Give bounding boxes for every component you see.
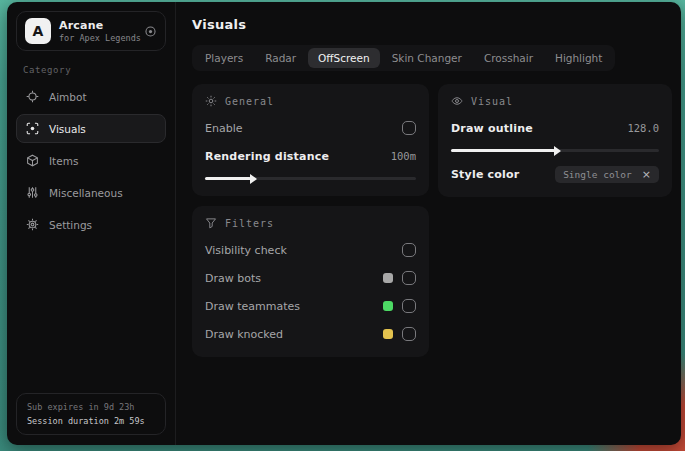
sun-icon — [205, 95, 217, 107]
app-logo: A — [25, 18, 51, 44]
general-panel: General Enable Rendering distance 100m — [192, 84, 429, 196]
page-title: Visuals — [192, 17, 672, 32]
filters-panel: Filters Visibility check Draw bots — [192, 206, 429, 357]
panels-area: General Enable Rendering distance 100m — [192, 84, 672, 357]
style-color-label: Style color — [451, 168, 519, 181]
box-icon — [26, 154, 39, 167]
tab-highlight[interactable]: Highlight — [545, 48, 612, 68]
style-color-selected-value: Single color — [563, 169, 632, 180]
enable-checkbox[interactable] — [402, 121, 416, 135]
subscription-card: Sub expires in 9d 23h Session duration 2… — [16, 393, 166, 435]
session-duration-text: Session duration 2m 59s — [27, 416, 155, 426]
tab-skin-changer[interactable]: Skin Changer — [382, 48, 472, 68]
draw-knocked-checkbox[interactable] — [402, 327, 416, 341]
sidebar-item-items[interactable]: Items — [16, 146, 166, 175]
rendering-distance-row: Rendering distance 100m — [205, 146, 416, 166]
enable-label: Enable — [205, 122, 242, 135]
app-name: Arcane — [59, 19, 136, 33]
enable-row: Enable — [205, 118, 416, 138]
sidebar-item-label: Aimbot — [49, 91, 87, 103]
sub-expires-text: Sub expires in 9d 23h — [27, 402, 155, 412]
sidebar-item-aimbot[interactable]: Aimbot — [16, 82, 166, 111]
sidebar-item-label: Miscellaneous — [49, 187, 123, 199]
gear-icon — [26, 218, 39, 231]
sliders-icon — [26, 186, 39, 199]
visual-panel: Visual Draw outline 128.0 Style color — [438, 84, 672, 197]
crosshair-icon — [26, 90, 39, 103]
sidebar-item-visuals[interactable]: Visuals — [16, 114, 166, 143]
rendering-distance-slider[interactable] — [205, 177, 416, 180]
general-panel-header: General — [205, 95, 416, 107]
style-color-select[interactable]: Single color × — [555, 166, 659, 183]
sidebar-item-label: Visuals — [49, 123, 86, 135]
visibility-check-row: Visibility check — [205, 240, 416, 260]
scan-eye-icon — [26, 122, 39, 135]
style-color-row: Style color Single color × — [451, 164, 659, 184]
eye-icon — [451, 95, 463, 107]
slider-fill — [205, 177, 251, 180]
filters-panel-title: Filters — [225, 218, 274, 229]
draw-teammates-row: Draw teammates — [205, 296, 416, 316]
draw-bots-color-swatch[interactable] — [383, 273, 393, 283]
draw-knocked-color-swatch[interactable] — [383, 329, 393, 339]
draw-teammates-color-swatch[interactable] — [383, 301, 393, 311]
target-badge-icon[interactable] — [144, 25, 157, 38]
brand-text: Arcane for Apex Legends — [59, 19, 136, 43]
tab-players[interactable]: Players — [195, 48, 253, 68]
rendering-distance-value: 100m — [391, 150, 416, 162]
draw-knocked-row: Draw knocked — [205, 324, 416, 344]
clear-icon[interactable]: × — [642, 169, 651, 180]
filters-panel-header: Filters — [205, 217, 416, 229]
app-subtitle: for Apex Legends — [59, 33, 136, 44]
main-content: Visuals Players Radar OffScreen Skin Cha… — [176, 2, 681, 445]
draw-bots-row: Draw bots — [205, 268, 416, 288]
draw-outline-value: 128.0 — [627, 122, 659, 134]
sidebar-item-settings[interactable]: Settings — [16, 210, 166, 239]
visibility-check-label: Visibility check — [205, 244, 287, 257]
visual-panel-header: Visual — [451, 95, 659, 107]
draw-knocked-label: Draw knocked — [205, 328, 283, 341]
desktop-background: A Arcane for Apex Legends Category — [0, 0, 685, 451]
general-panel-title: General — [225, 96, 274, 107]
sidebar-item-miscellaneous[interactable]: Miscellaneous — [16, 178, 166, 207]
sidebar: A Arcane for Apex Legends Category — [7, 2, 176, 445]
draw-bots-label: Draw bots — [205, 272, 261, 285]
tab-radar[interactable]: Radar — [255, 48, 306, 68]
funnel-icon — [205, 217, 217, 229]
draw-outline-row: Draw outline 128.0 — [451, 118, 659, 138]
tab-offscreen[interactable]: OffScreen — [308, 48, 380, 68]
draw-bots-checkbox[interactable] — [402, 271, 416, 285]
draw-outline-slider[interactable] — [451, 149, 659, 152]
tab-crosshair[interactable]: Crosshair — [474, 48, 543, 68]
visual-panel-title: Visual — [471, 96, 513, 107]
visuals-tabbar: Players Radar OffScreen Skin Changer Cro… — [192, 45, 615, 71]
brand-card: A Arcane for Apex Legends — [16, 11, 166, 51]
rendering-distance-label: Rendering distance — [205, 150, 329, 163]
sidebar-item-label: Settings — [49, 219, 92, 231]
app-window: A Arcane for Apex Legends Category — [7, 2, 681, 445]
category-label: Category — [23, 65, 159, 75]
slider-fill — [451, 149, 555, 152]
draw-outline-label: Draw outline — [451, 122, 533, 135]
draw-teammates-checkbox[interactable] — [402, 299, 416, 313]
sidebar-item-label: Items — [49, 155, 78, 167]
draw-teammates-label: Draw teammates — [205, 300, 300, 313]
visibility-check-checkbox[interactable] — [402, 243, 416, 257]
